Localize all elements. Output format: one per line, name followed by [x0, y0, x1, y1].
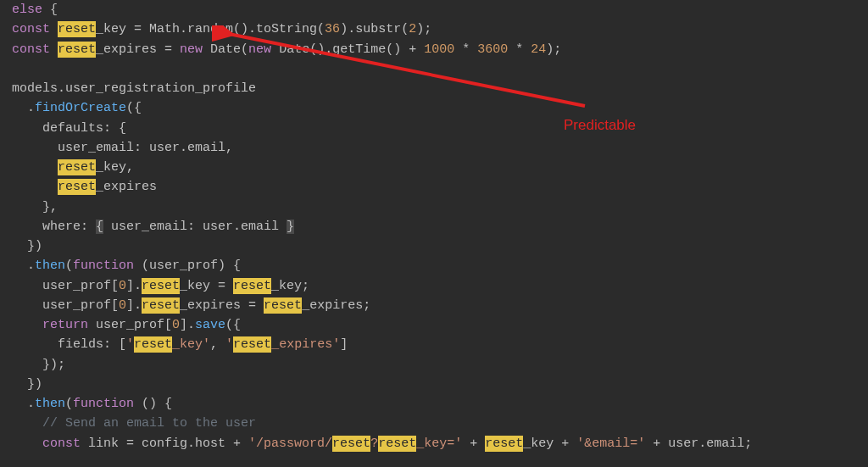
highlight-reset: reset — [233, 278, 271, 294]
highlight-reset: reset — [58, 159, 96, 175]
highlight-reset: reset — [233, 336, 271, 353]
code-line: const reset_key = Math.random().toString… — [12, 19, 868, 39]
highlight-reset: reset — [485, 436, 523, 452]
code-line: }); — [12, 355, 868, 375]
code-line: const reset_expires = new Date(new Date(… — [12, 40, 868, 59]
highlight-reset: reset — [332, 436, 370, 452]
code-line: reset_key, — [12, 158, 868, 177]
brace-match: { — [96, 220, 103, 234]
code-line: // Send an email to the user — [12, 414, 868, 433]
code-line — [12, 59, 868, 79]
highlight-reset: reset — [58, 21, 96, 37]
highlight-reset: reset — [378, 436, 416, 452]
code-line: }) — [12, 236, 868, 256]
highlight-reset: reset — [58, 42, 96, 58]
code-line: }) — [12, 375, 868, 394]
highlight-reset: reset — [58, 179, 96, 195]
code-line: reset_expires — [12, 177, 868, 197]
code-line: models.user_registration_profile — [12, 79, 868, 98]
highlight-reset: reset — [142, 297, 180, 314]
code-line: fields: ['reset_key', 'reset_expires'] — [12, 335, 868, 354]
code-line: else { — [12, 0, 868, 19]
highlight-reset: reset — [142, 278, 180, 294]
code-line: const link = config.host + '/password/re… — [12, 434, 868, 453]
code-editor[interactable]: else { const reset_key = Math.random().t… — [12, 0, 868, 453]
code-line: .findOrCreate({ — [12, 98, 868, 118]
highlight-reset: reset — [264, 297, 302, 314]
code-line: .then(function () { — [12, 394, 868, 414]
code-line: defaults: { — [12, 119, 868, 138]
code-line: .then(function (user_prof) { — [12, 256, 868, 275]
highlight-reset: reset — [134, 336, 172, 353]
code-line: user_prof[0].reset_expires = reset_expir… — [12, 296, 868, 315]
code-line: }, — [12, 197, 868, 217]
code-line: where: { user_email: user.email } — [12, 217, 868, 236]
code-line: user_prof[0].reset_key = reset_key; — [12, 276, 868, 296]
code-line: return user_prof[0].save({ — [12, 315, 868, 335]
code-line: user_email: user.email, — [12, 138, 868, 158]
brace-match: } — [287, 220, 294, 234]
